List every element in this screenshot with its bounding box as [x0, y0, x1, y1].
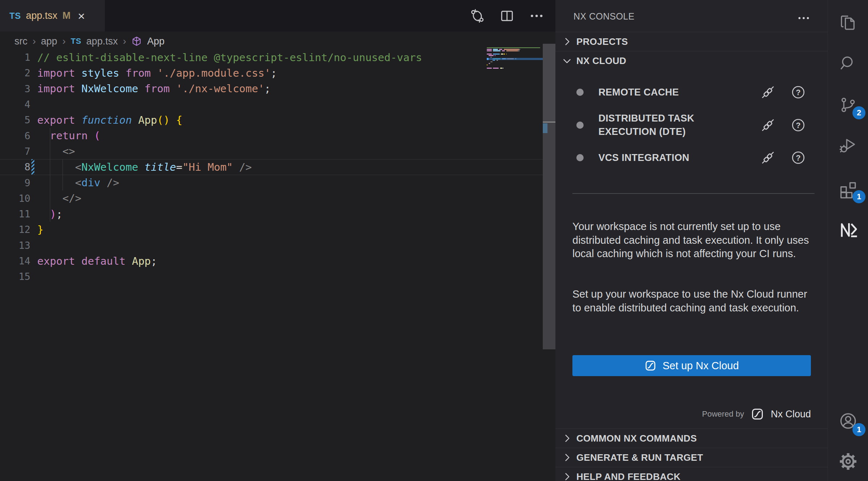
section-label: COMMON NX COMMANDS — [576, 433, 697, 444]
setup-hint-text: Set up your workspace to use the Nx Clou… — [572, 288, 814, 315]
svg-text:?: ? — [796, 153, 800, 162]
section-label: NX CLOUD — [576, 55, 626, 67]
line-number: 2 — [0, 67, 30, 78]
nx-cloud-logo-icon — [751, 407, 764, 421]
chevron-right-icon: › — [33, 35, 36, 47]
code-line[interactable]: 5export function App() { — [0, 112, 543, 128]
symbol-cube-icon — [131, 36, 142, 47]
section-common-nx-commands[interactable]: COMMON NX COMMANDS — [555, 429, 828, 448]
editor-actions — [469, 0, 545, 31]
minimap[interactable] — [487, 47, 543, 72]
line-number: 5 — [0, 114, 30, 125]
account-badge: 1 — [852, 423, 865, 436]
source-control-icon[interactable]: 2 — [828, 86, 868, 124]
settings-gear-icon[interactable] — [828, 443, 868, 480]
explorer-icon[interactable] — [828, 4, 868, 41]
search-icon[interactable] — [828, 44, 868, 82]
line-number: 14 — [0, 255, 30, 267]
setup-button-label: Set up Nx Cloud — [662, 360, 739, 372]
section-projects[interactable]: PROJECTS — [555, 32, 828, 51]
chevron-right-icon — [561, 433, 573, 444]
nx-cloud-logo-icon — [644, 359, 657, 372]
code-editor[interactable]: 1// eslint-disable-next-line @typescript… — [0, 50, 543, 284]
extensions-icon[interactable]: 1 — [828, 171, 868, 208]
status-dot — [576, 122, 584, 129]
help-question-icon[interactable]: ? — [791, 118, 806, 133]
code-line[interactable]: 7 <> — [0, 144, 543, 159]
line-number: 4 — [0, 99, 30, 110]
line-number: 11 — [0, 208, 30, 220]
split-editor-icon[interactable] — [499, 8, 515, 24]
panel-title: NX CONSOLE — [573, 11, 635, 22]
chevron-right-icon — [561, 36, 573, 47]
code-line[interactable]: 6 return ( — [0, 128, 543, 143]
chevron-right-icon — [561, 452, 573, 463]
code-line[interactable]: 1// eslint-disable-next-line @typescript… — [0, 50, 543, 65]
connect-plug-icon[interactable] — [760, 118, 775, 133]
activity-bar: 2 1 1 — [828, 0, 868, 481]
scrollbar-slider[interactable] — [543, 44, 555, 122]
nx-cloud-brand-label: Nx Cloud — [771, 409, 811, 420]
code-line[interactable]: 12} — [0, 222, 543, 237]
section-help-and-feedback[interactable]: HELP AND FEEDBACK — [555, 467, 828, 481]
line-number: 8 — [0, 161, 30, 173]
code-line[interactable]: 10 </> — [0, 191, 543, 206]
overview-ruler-divider — [543, 122, 555, 123]
powered-by-label: Powered by — [702, 409, 744, 419]
breadcrumb-folder[interactable]: src — [14, 36, 27, 47]
divider — [572, 193, 815, 194]
nx-console-icon[interactable] — [828, 211, 868, 249]
git-modified-badge: M — [63, 10, 71, 21]
chevron-right-icon — [561, 471, 573, 481]
code-line[interactable]: 4 — [0, 97, 543, 112]
feature-remote-cache: REMOTE CACHE ? — [555, 82, 828, 102]
connect-plug-icon[interactable] — [760, 85, 775, 100]
tab-label: app.tsx — [26, 10, 57, 21]
panel-more-actions-icon[interactable] — [796, 11, 811, 27]
breadcrumb-folder[interactable]: app — [41, 36, 57, 47]
section-label: GENERATE & RUN TARGET — [576, 452, 703, 463]
line-number: 15 — [0, 271, 30, 282]
breadcrumb-file[interactable]: app.tsx — [86, 36, 118, 47]
typescript-file-icon: TS — [71, 37, 81, 46]
close-tab-icon[interactable]: × — [78, 10, 85, 22]
powered-by-row: Powered by Nx Cloud — [702, 406, 811, 422]
code-line[interactable]: 13 — [0, 238, 543, 253]
code-line[interactable]: 9 <div /> — [0, 175, 543, 190]
code-line[interactable]: 15 — [0, 269, 543, 284]
line-number: 12 — [0, 224, 30, 235]
run-debug-icon[interactable] — [828, 127, 868, 164]
typescript-file-icon: TS — [9, 11, 21, 21]
tab-bar: TS app.tsx M × — [0, 0, 555, 31]
more-actions-icon[interactable] — [529, 8, 545, 24]
section-generate-run-target[interactable]: GENERATE & RUN TARGET — [555, 448, 828, 467]
line-number: 6 — [0, 130, 30, 141]
feature-label: DISTRIBUTED TASK EXECUTION (DTE) — [598, 112, 718, 139]
help-question-icon[interactable]: ? — [791, 85, 806, 100]
code-line[interactable]: 11 ); — [0, 206, 543, 222]
panel-header: NX CONSOLE — [555, 0, 828, 32]
connect-plug-icon[interactable] — [760, 150, 775, 165]
svg-text:?: ? — [796, 88, 800, 97]
chevron-right-icon: › — [123, 35, 126, 47]
section-nx-cloud[interactable]: NX CLOUD — [555, 51, 828, 70]
code-line[interactable]: 8 <NxWelcome title="Hi Mom" /> — [0, 159, 543, 175]
code-line[interactable]: 3import NxWelcome from './nx-welcome'; — [0, 81, 543, 97]
chevron-down-icon — [561, 55, 573, 67]
line-number: 9 — [0, 177, 30, 188]
feature-vcs-integration: VCS INTEGRATION ? — [555, 148, 828, 168]
code-line[interactable]: 2import styles from './app.module.css'; — [0, 65, 543, 81]
code-line[interactable]: 14export default App; — [0, 253, 543, 269]
status-dot — [576, 89, 584, 96]
line-number: 10 — [0, 193, 30, 204]
breadcrumb-symbol[interactable]: App — [147, 36, 164, 47]
line-number: 3 — [0, 83, 30, 94]
setup-nx-cloud-button[interactable]: Set up Nx Cloud — [572, 355, 811, 376]
open-changes-icon[interactable] — [469, 8, 485, 24]
status-dot — [576, 154, 584, 161]
help-question-icon[interactable]: ? — [791, 150, 806, 165]
scrollbar-overview-ruler[interactable] — [543, 44, 555, 349]
tab-app-tsx[interactable]: TS app.tsx M × — [0, 0, 105, 31]
workspace-status-text: Your workspace is not currently set up t… — [572, 220, 814, 261]
account-icon[interactable]: 1 — [828, 402, 868, 440]
